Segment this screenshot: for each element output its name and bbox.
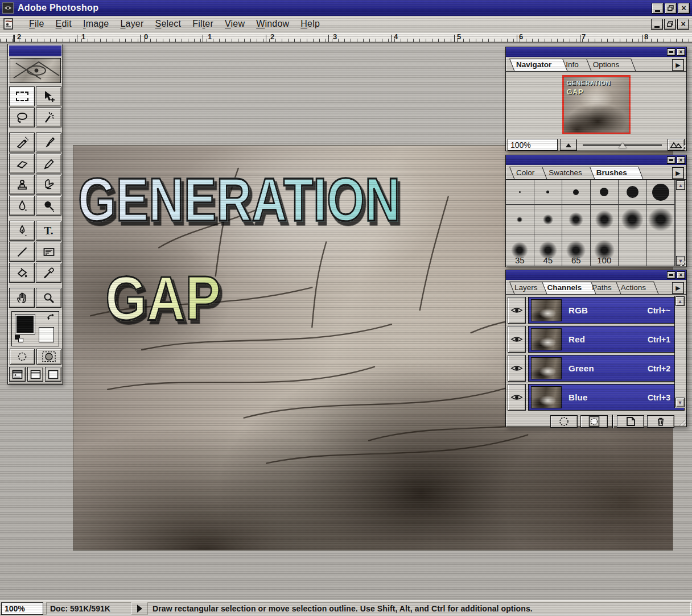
- pen-tool[interactable]: [9, 221, 35, 241]
- panel-minimize-button[interactable]: [667, 156, 675, 164]
- statusbar-zoom-field[interactable]: 100%: [1, 602, 43, 615]
- delete-channel-button[interactable]: [647, 415, 674, 428]
- channel-row-rgb[interactable]: RGB Ctrl+~: [508, 297, 685, 324]
- panel-close-button[interactable]: ×: [677, 48, 685, 56]
- channel-row-red[interactable]: Red Ctrl+1: [508, 326, 685, 353]
- navigator-panel-titlebar[interactable]: ×: [506, 47, 686, 57]
- brush-cell[interactable]: [506, 180, 534, 205]
- default-colors-icon[interactable]: [15, 335, 23, 342]
- zoom-tool[interactable]: [36, 288, 61, 308]
- channels-panel-titlebar[interactable]: ×: [506, 270, 686, 280]
- doc-close-button[interactable]: ×: [677, 19, 689, 30]
- quick-mask-mode-button[interactable]: [36, 349, 61, 365]
- visibility-toggle[interactable]: [508, 326, 526, 353]
- brush-cell[interactable]: [647, 234, 675, 266]
- brush-cell[interactable]: 35: [506, 234, 534, 266]
- tab-channels[interactable]: Channels: [542, 282, 591, 294]
- standard-screen-button[interactable]: [9, 367, 26, 382]
- load-selection-button[interactable]: [550, 415, 578, 428]
- brush-cell[interactable]: 100: [591, 234, 619, 266]
- tab-navigator[interactable]: Navigator: [509, 59, 563, 71]
- tab-brushes[interactable]: Brushes: [590, 167, 639, 179]
- pencil-tool[interactable]: [36, 154, 61, 173]
- airbrush-tool[interactable]: [9, 133, 35, 152]
- eyedropper-tool[interactable]: [36, 263, 61, 283]
- tab-actions[interactable]: Actions: [616, 282, 654, 294]
- brush-cell[interactable]: [619, 205, 647, 234]
- toning-tool[interactable]: [36, 196, 61, 216]
- navigator-zoom-input[interactable]: [508, 139, 558, 151]
- switch-colors-icon[interactable]: [47, 313, 56, 321]
- visibility-toggle[interactable]: [508, 355, 526, 382]
- panel-minimize-button[interactable]: [667, 271, 675, 279]
- panel-menu-button[interactable]: ▶: [672, 167, 684, 179]
- brush-cell[interactable]: [647, 180, 675, 205]
- statusbar-menu-button[interactable]: [134, 602, 145, 615]
- tab-color[interactable]: Color: [509, 167, 546, 179]
- brush-cell[interactable]: 65: [562, 234, 591, 266]
- brushes-scrollbar[interactable]: ▲ ▼: [675, 180, 686, 266]
- minimize-button[interactable]: [652, 3, 664, 14]
- paintbrush-tool[interactable]: [36, 133, 61, 152]
- panel-close-button[interactable]: ×: [677, 271, 685, 279]
- doc-minimize-button[interactable]: [651, 19, 663, 30]
- background-color-swatch[interactable]: [39, 327, 54, 342]
- panel-menu-button[interactable]: ▶: [672, 282, 684, 294]
- brush-cell[interactable]: [534, 180, 563, 205]
- panel-menu-button[interactable]: ▶: [672, 59, 684, 71]
- move-tool[interactable]: [36, 86, 61, 106]
- brush-cell[interactable]: [534, 205, 563, 234]
- tab-layers[interactable]: Layers: [509, 282, 546, 294]
- magic-wand-tool[interactable]: [36, 108, 61, 127]
- menu-item-layer[interactable]: Layer: [114, 18, 149, 30]
- brush-cell[interactable]: [619, 234, 647, 266]
- menu-item-view[interactable]: View: [219, 18, 250, 30]
- close-button[interactable]: ×: [678, 3, 690, 14]
- menu-item-edit[interactable]: Edit: [50, 18, 77, 30]
- line-tool[interactable]: [9, 242, 35, 262]
- scroll-up-button[interactable]: ▲: [676, 180, 685, 190]
- hand-tool[interactable]: [9, 288, 35, 308]
- doc-restore-button[interactable]: [664, 19, 676, 30]
- new-channel-button[interactable]: [617, 415, 644, 428]
- toolbox-titlebar[interactable]: [9, 46, 61, 56]
- tab-swatches[interactable]: Swatches: [542, 167, 594, 179]
- menu-item-file[interactable]: File: [23, 18, 50, 30]
- channels-scrollbar[interactable]: ▲ ▼: [674, 296, 685, 408]
- brush-cell[interactable]: [506, 205, 534, 234]
- smudge-tool[interactable]: [36, 175, 61, 195]
- menu-item-image[interactable]: Image: [77, 18, 114, 30]
- restore-button[interactable]: [665, 3, 677, 14]
- gradient-tool[interactable]: [36, 242, 61, 262]
- save-selection-button[interactable]: [580, 415, 608, 428]
- menu-item-select[interactable]: Select: [150, 18, 187, 30]
- navigator-zoom-slider[interactable]: [579, 139, 665, 151]
- fullscreen-with-menu-button[interactable]: [27, 367, 44, 382]
- zoom-out-button[interactable]: [560, 139, 577, 151]
- visibility-toggle[interactable]: [508, 384, 526, 411]
- channel-row-blue[interactable]: Blue Ctrl+3: [508, 384, 685, 411]
- panel-close-button[interactable]: ×: [677, 156, 685, 164]
- standard-mode-button[interactable]: [10, 349, 35, 365]
- brush-cell[interactable]: [591, 180, 619, 205]
- rectangular-marquee-tool[interactable]: [9, 86, 35, 106]
- statusbar-doc-size[interactable]: Doc: 591K/591K: [46, 602, 131, 615]
- paint-bucket-tool[interactable]: [9, 263, 35, 283]
- panel-minimize-button[interactable]: [667, 48, 675, 56]
- menu-item-help[interactable]: Help: [295, 18, 326, 30]
- fullscreen-button[interactable]: [45, 367, 61, 382]
- document-icon[interactable]: [3, 18, 15, 30]
- brush-cell[interactable]: [562, 180, 591, 205]
- blur-tool[interactable]: [9, 196, 35, 216]
- type-tool[interactable]: T.: [36, 221, 61, 241]
- menu-item-window[interactable]: Window: [250, 18, 295, 30]
- brush-cell[interactable]: [619, 180, 647, 205]
- navigator-thumbnail[interactable]: GENERATION GAP: [562, 75, 631, 134]
- scroll-down-button[interactable]: ▼: [675, 398, 685, 407]
- foreground-color-swatch[interactable]: [15, 315, 35, 334]
- rubber-stamp-tool[interactable]: [9, 175, 35, 195]
- channel-row-green[interactable]: Green Ctrl+2: [508, 355, 685, 382]
- brush-cell[interactable]: [647, 205, 675, 234]
- tab-options[interactable]: Options: [586, 59, 631, 71]
- menu-item-filter[interactable]: Filter: [187, 18, 219, 30]
